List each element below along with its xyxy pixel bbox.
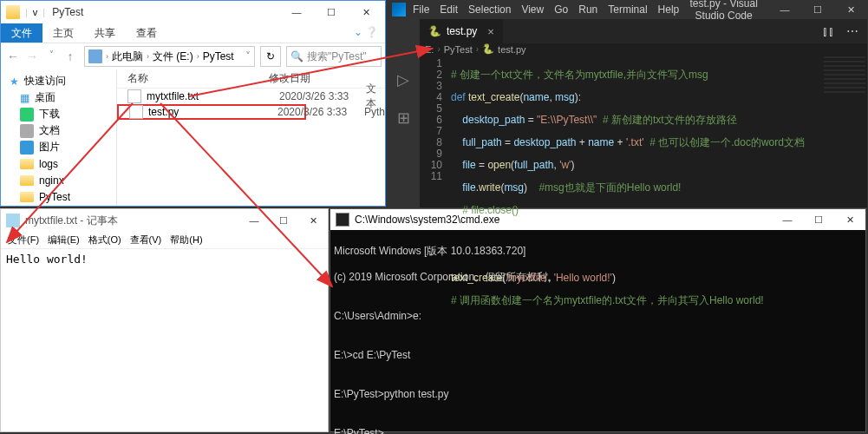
chevron-right-icon: ›: [437, 44, 440, 54]
chevron-right-icon: ›: [147, 52, 149, 61]
maximize-button[interactable]: ☐: [269, 209, 298, 232]
menu-selection[interactable]: Selection: [468, 3, 511, 16]
nav-logs[interactable]: logs: [1, 155, 116, 172]
menu-terminal[interactable]: Terminal: [608, 3, 647, 16]
document-icon: [20, 124, 34, 138]
star-icon: ★: [10, 76, 19, 88]
file-date: 2020/3/26 3:33: [279, 90, 366, 102]
crumb-file[interactable]: test.py: [498, 44, 525, 55]
address-bar-row: ← → ˅ ↑ › 此电脑 › 文件 (E:) › PyTest ˅ ↻ 🔍 搜…: [1, 43, 385, 69]
tab-home[interactable]: 主页: [42, 23, 84, 43]
explorer-titlebar[interactable]: | v | PyTest — ☐ ✕: [1, 1, 385, 23]
minimize-button[interactable]: —: [279, 1, 314, 23]
close-button[interactable]: ✕: [349, 1, 383, 23]
menu-file[interactable]: File: [413, 3, 429, 16]
pc-icon: [88, 49, 102, 63]
nav-documents[interactable]: 文档: [1, 122, 116, 139]
maximize-button[interactable]: ☐: [314, 1, 349, 23]
notepad-window: mytxtfile.txt - 记事本 — ☐ ✕ 文件(F) 编辑(E) 格式…: [0, 208, 329, 432]
notepad-menu: 文件(F) 编辑(E) 格式(O) 查看(V) 帮助(H): [1, 232, 328, 249]
editor-tab[interactable]: 🐍 test.py ×: [420, 19, 503, 43]
refresh-button[interactable]: ↻: [260, 46, 281, 67]
nav-up-button[interactable]: ↑: [62, 49, 79, 63]
menu-help[interactable]: Help: [658, 3, 680, 16]
notepad-body[interactable]: Hello world!: [1, 249, 328, 269]
file-list: 名称 修改日期 mytxtfile.txt 2020/3/26 3:33 文本 …: [117, 69, 385, 206]
vscode-menu: File Edit Selection View Go Run Terminal…: [411, 3, 679, 16]
address-bar[interactable]: › 此电脑 › 文件 (E:) › PyTest ˅: [84, 46, 255, 67]
menu-file[interactable]: 文件(F): [4, 233, 42, 247]
nav-recent-button[interactable]: ˅: [42, 49, 60, 63]
menu-help[interactable]: 帮助(H): [166, 233, 206, 247]
nav-nginx[interactable]: nginx: [1, 172, 116, 188]
menu-view[interactable]: 查看(V): [127, 233, 166, 247]
tab-row: 🐍 test.py × ⫿⫿ ⋯: [420, 19, 867, 43]
tab-file[interactable]: 文件: [1, 23, 42, 43]
vscode-window: File Edit Selection View Go Run Terminal…: [387, 0, 867, 207]
menu-edit[interactable]: Edit: [440, 3, 458, 16]
cmd-line: E:\PyTest>: [334, 427, 862, 434]
menu-run[interactable]: Run: [578, 3, 597, 16]
menu-go[interactable]: Go: [554, 3, 568, 16]
list-row[interactable]: test.py: [117, 104, 306, 120]
cmd-line: E:\>cd E:\PyTest: [334, 349, 862, 362]
chevron-right-icon: ›: [197, 52, 199, 61]
list-row[interactable]: mytxtfile.txt 2020/3/26 3:33 文本: [117, 89, 385, 104]
window-title: mytxtfile.txt - 记事本: [25, 214, 239, 228]
nav-downloads[interactable]: 下载: [1, 106, 116, 122]
nav-forward-button[interactable]: →: [23, 49, 41, 63]
tab-share[interactable]: 共享: [84, 23, 126, 43]
qat-separator: |: [42, 7, 45, 17]
menu-view[interactable]: View: [521, 3, 544, 16]
minimize-button[interactable]: —: [239, 209, 269, 232]
crumb-pc[interactable]: 此电脑: [112, 49, 143, 64]
minimap[interactable]: [824, 56, 865, 93]
nav-desktop[interactable]: ▦桌面: [1, 89, 116, 106]
close-button[interactable]: ✕: [834, 0, 867, 19]
minimize-button[interactable]: —: [768, 0, 801, 19]
menu-edit[interactable]: 编辑(E): [44, 233, 83, 247]
notepad-titlebar[interactable]: mytxtfile.txt - 记事本 — ☐ ✕: [1, 209, 328, 232]
crumb-drive[interactable]: 文件 (E:): [153, 49, 193, 64]
split-editor-icon[interactable]: ⫿⫿: [822, 24, 834, 38]
crumb-drive[interactable]: E:: [425, 44, 434, 55]
qat-caret[interactable]: v: [33, 7, 38, 17]
list-header[interactable]: 名称 修改日期: [117, 69, 385, 89]
file-name: mytxtfile.txt: [147, 90, 279, 102]
file-explorer-window: | v | PyTest — ☐ ✕ 文件 主页 共享 查看 ⌄ ❔ ← → ˅…: [0, 0, 386, 207]
crumb-folder[interactable]: PyTest: [203, 50, 234, 62]
close-tab-icon[interactable]: ×: [482, 25, 494, 38]
nav-pictures[interactable]: 图片: [1, 139, 116, 155]
vscode-titlebar[interactable]: File Edit Selection View Go Run Terminal…: [387, 0, 867, 19]
col-name[interactable]: 名称: [117, 71, 269, 86]
chevron-right-icon: ›: [106, 52, 108, 61]
maximize-button[interactable]: ☐: [801, 0, 834, 19]
col-date[interactable]: 修改日期: [269, 71, 356, 86]
tab-view[interactable]: 查看: [126, 23, 167, 43]
help-icon[interactable]: ⌄ ❔: [347, 23, 385, 43]
desktop-icon: ▦: [20, 92, 29, 104]
nav-pytest[interactable]: PyTest: [1, 188, 116, 205]
addr-dropdown-button[interactable]: ˅: [245, 50, 251, 62]
breadcrumb[interactable]: E: › PyTest › 🐍 test.py: [420, 43, 867, 55]
more-actions-icon[interactable]: ⋯: [846, 24, 858, 38]
cmd-line: E:\PyTest>python test.py: [334, 388, 862, 401]
extensions-icon[interactable]: ⊞: [393, 108, 414, 128]
nav-vhosts[interactable]: vhosts: [1, 205, 116, 206]
code-content[interactable]: # 创建一个txt文件，文件名为mytxtfile,并向文件写入msg def …: [451, 58, 867, 329]
ribbon-tabs: 文件 主页 共享 查看 ⌄ ❔: [1, 23, 385, 43]
folder-icon: [20, 192, 34, 202]
line-numbers: 1234567891011: [420, 58, 451, 329]
folder-icon: [20, 159, 34, 169]
code-editor[interactable]: 1234567891011 # 创建一个txt文件，文件名为mytxtfile,…: [420, 55, 867, 329]
folder-icon: [6, 5, 20, 19]
crumb-folder[interactable]: PyTest: [444, 44, 473, 55]
menu-format[interactable]: 格式(O): [85, 233, 125, 247]
file-name: test.py: [148, 106, 187, 118]
window-title: PyTest: [49, 6, 279, 18]
run-debug-icon[interactable]: ▷: [393, 69, 414, 90]
nav-back-button[interactable]: ←: [4, 49, 22, 63]
close-button[interactable]: ✕: [298, 209, 328, 232]
search-input[interactable]: 🔍 搜索"PyTest": [286, 46, 382, 67]
nav-quick-access[interactable]: ★快速访问: [1, 73, 116, 89]
